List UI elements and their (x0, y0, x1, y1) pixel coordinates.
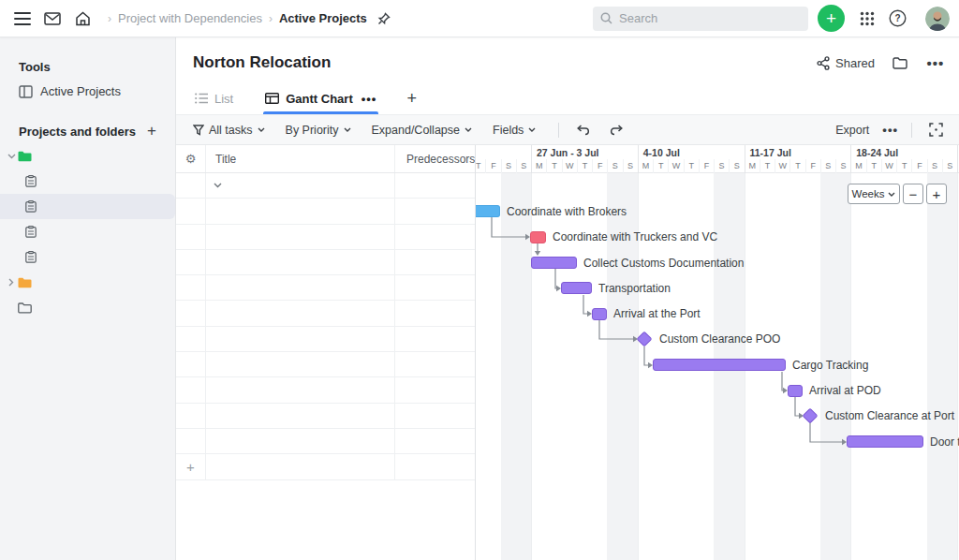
pin-icon[interactable] (373, 7, 395, 30)
gear-icon[interactable]: ⚙ (185, 152, 197, 166)
task-title-cell[interactable] (206, 352, 395, 376)
sidebar-item-mario-ian-relocation[interactable] (0, 169, 175, 194)
sidebar-item-archived-projects[interactable] (0, 270, 175, 295)
more-menu-icon[interactable]: ••• (925, 52, 946, 73)
add-task-link[interactable] (206, 454, 395, 479)
task-bar[interactable] (530, 231, 546, 243)
column-predecessors[interactable]: Predecessors (395, 145, 475, 172)
predecessor-cell[interactable] (395, 225, 475, 249)
user-avatar[interactable] (925, 7, 950, 31)
create-new-button[interactable]: + (818, 5, 845, 32)
sidebar-item-ps-office-opening[interactable] (0, 244, 175, 270)
hamburger-menu-icon[interactable] (11, 7, 34, 30)
table-row[interactable] (176, 404, 475, 429)
table-row[interactable] (176, 225, 475, 250)
folder-icon (18, 277, 32, 288)
sidebar-item-how-to-guide[interactable] (0, 295, 175, 320)
column-title[interactable]: Title (206, 145, 395, 172)
day-letter: T (653, 159, 668, 173)
folder-icon[interactable] (890, 52, 910, 73)
expand-collapse-dropdown[interactable]: Expand/Collapse (372, 124, 473, 137)
sidebar-item-active-projects-tool[interactable]: Active Projects (0, 79, 175, 104)
add-task-row[interactable]: + (176, 454, 475, 479)
task-title-cell[interactable] (206, 429, 395, 453)
task-title-cell[interactable] (206, 301, 395, 325)
table-row[interactable] (176, 173, 475, 199)
table-row[interactable] (176, 429, 475, 454)
filter-dropdown[interactable]: All tasks (193, 124, 265, 137)
sidebar-item-norton-relocation[interactable] (0, 194, 175, 219)
collapse-chevron-icon[interactable] (214, 183, 222, 188)
table-row[interactable] (176, 352, 475, 377)
weekend-band (501, 173, 532, 560)
task-bar[interactable] (531, 257, 577, 269)
table-row[interactable] (176, 377, 475, 403)
zoom-out-button[interactable]: − (903, 184, 923, 204)
project-icon (25, 200, 37, 213)
table-row[interactable] (176, 301, 475, 326)
home-icon[interactable] (71, 7, 94, 30)
predecessor-cell[interactable] (395, 352, 475, 376)
predecessor-cell[interactable] (395, 275, 475, 300)
inbox-mail-icon[interactable] (41, 7, 64, 30)
shared-button[interactable]: Shared (817, 56, 875, 70)
task-bar[interactable] (653, 359, 786, 371)
breadcrumb-parent[interactable]: Project with Dependencies (118, 11, 262, 25)
task-title-cell[interactable] (206, 225, 395, 249)
task-title-cell[interactable] (206, 377, 395, 402)
table-row[interactable] (176, 327, 475, 352)
tab-gantt-chart[interactable]: Gantt Chart ••• (263, 82, 378, 114)
task-bar[interactable] (847, 435, 923, 448)
task-bar-label: Transportation (598, 281, 671, 296)
task-title-cell[interactable] (206, 404, 395, 428)
task-title-cell[interactable] (206, 327, 395, 351)
timescale-dropdown[interactable]: Weeks (848, 184, 900, 204)
priority-dropdown[interactable]: By Priority (286, 124, 351, 137)
predecessor-cell[interactable] (395, 250, 475, 274)
undo-icon[interactable] (572, 120, 593, 140)
sidebar-item-product-dp20[interactable] (0, 219, 175, 244)
milestone-diamond[interactable] (637, 332, 653, 347)
task-title-cell[interactable] (206, 275, 395, 300)
predecessor-cell[interactable] (395, 173, 475, 198)
breadcrumb-current[interactable]: Active Projects (279, 11, 367, 25)
page-title: Norton Relocation (193, 53, 331, 72)
task-bar[interactable] (476, 205, 500, 217)
tab-list[interactable]: List (193, 82, 235, 114)
predecessor-cell[interactable] (395, 327, 475, 351)
add-view-button[interactable]: + (406, 89, 417, 109)
main-panel: Norton Relocation Shared ••• List Gantt … (176, 37, 959, 560)
milestone-diamond[interactable] (803, 408, 819, 424)
task-bar[interactable] (561, 282, 592, 294)
tab-options-icon[interactable]: ••• (361, 92, 377, 106)
predecessor-cell[interactable] (395, 199, 475, 223)
export-button[interactable]: Export (835, 124, 869, 137)
zoom-in-button[interactable]: + (926, 184, 947, 204)
task-title-cell[interactable] (206, 173, 395, 198)
add-project-button[interactable]: + (147, 122, 156, 140)
help-icon[interactable]: ? (886, 7, 908, 30)
task-title-cell[interactable] (206, 199, 395, 223)
predecessor-cell[interactable] (395, 301, 475, 325)
search-input[interactable]: Search (593, 7, 808, 31)
table-row[interactable] (176, 275, 475, 301)
gantt-chart: 27 Jun - 3 Jul4-10 Jul11-17 Jul18-24 Jul… (475, 145, 959, 560)
day-letter: M (531, 159, 546, 173)
predecessor-cell[interactable] (395, 377, 475, 402)
week-label: 4-10 Jul (638, 145, 745, 159)
task-title-cell[interactable] (206, 250, 395, 274)
table-row[interactable] (176, 199, 475, 224)
task-bar[interactable] (592, 308, 607, 320)
fields-dropdown[interactable]: Fields (493, 124, 536, 137)
toolbar-more-icon[interactable]: ••• (882, 123, 898, 137)
redo-icon[interactable] (606, 120, 627, 140)
predecessor-cell[interactable] (395, 404, 475, 428)
day-letter: T (760, 159, 775, 173)
apps-grid-icon[interactable] (856, 7, 878, 30)
task-bar[interactable] (788, 385, 803, 397)
fullscreen-icon[interactable] (925, 120, 946, 140)
table-row[interactable] (176, 250, 475, 275)
task-table: ⚙ Title Predecessors + (176, 145, 475, 560)
sidebar-item-active-projects[interactable] (0, 143, 175, 169)
predecessor-cell[interactable] (395, 429, 475, 453)
